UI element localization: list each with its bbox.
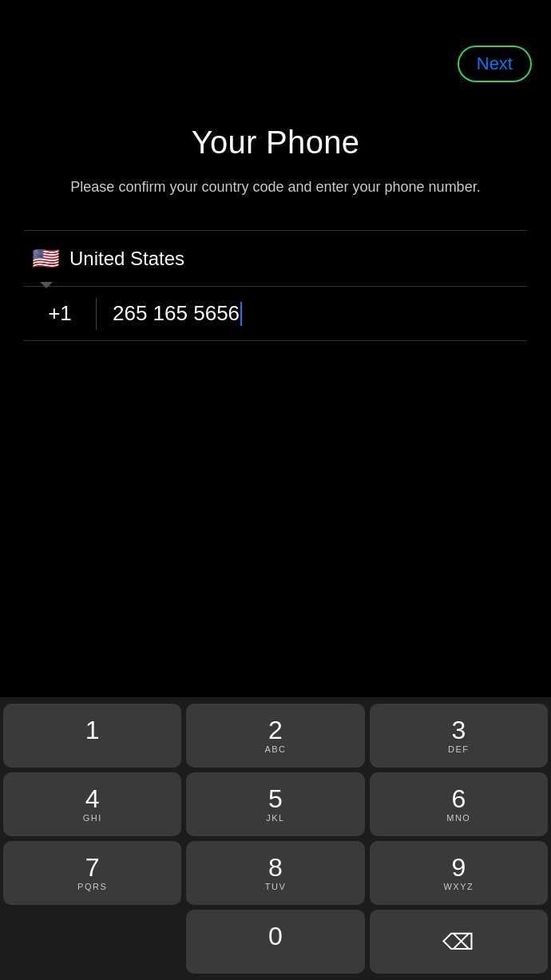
bottom-row: 0 ⌫	[3, 910, 548, 974]
key-7-number: 7	[85, 855, 100, 880]
key-3-letters: DEF	[448, 744, 470, 754]
country-name: United States	[69, 248, 184, 270]
key-8[interactable]: 8 TUV	[186, 841, 364, 905]
country-selector[interactable]: 🇺🇸 United States	[24, 231, 527, 286]
phone-row: +1 265 165 5656	[24, 286, 527, 341]
backspace-icon: ⌫	[442, 929, 474, 955]
key-3[interactable]: 3 DEF	[370, 704, 548, 768]
key-5[interactable]: 5 JKL	[186, 772, 364, 836]
key-0-number: 0	[268, 923, 283, 949]
key-1[interactable]: 1	[3, 704, 181, 768]
key-9-letters: WXYZ	[443, 882, 474, 891]
page-title: Your Phone	[24, 125, 527, 161]
chevron-down-icon	[40, 282, 53, 288]
text-cursor	[240, 302, 242, 326]
key-4-letters: GHI	[83, 813, 102, 823]
key-4[interactable]: 4 GHI	[3, 772, 181, 836]
keypad-grid: 1 2 ABC 3 DEF 4 GHI 5 JKL 6 MNO 7 PQRS	[3, 704, 548, 905]
empty-cell	[3, 910, 181, 974]
key-3-number: 3	[451, 717, 466, 743]
header: Next	[0, 0, 551, 93]
key-4-number: 4	[85, 786, 100, 811]
country-code[interactable]: +1	[24, 287, 96, 340]
key-2-number: 2	[268, 717, 283, 743]
phone-number-display[interactable]: 265 165 5656	[97, 287, 527, 340]
key-6-number: 6	[451, 786, 466, 811]
key-8-number: 8	[268, 855, 283, 880]
key-7-letters: PQRS	[77, 882, 107, 891]
country-flag: 🇺🇸	[32, 245, 60, 272]
phone-number-text: 265 165 5656	[113, 301, 240, 326]
key-9[interactable]: 9 WXYZ	[370, 841, 548, 905]
key-5-letters: JKL	[266, 813, 284, 823]
key-5-number: 5	[268, 786, 283, 811]
key-7[interactable]: 7 PQRS	[3, 841, 181, 905]
key-6-letters: MNO	[446, 813, 470, 823]
keypad: 1 2 ABC 3 DEF 4 GHI 5 JKL 6 MNO 7 PQRS	[0, 697, 551, 980]
key-2[interactable]: 2 ABC	[186, 704, 364, 768]
page-subtitle: Please confirm your country code and ent…	[24, 177, 527, 198]
key-2-letters: ABC	[264, 744, 286, 754]
backspace-button[interactable]: ⌫	[370, 910, 548, 974]
key-0[interactable]: 0	[186, 910, 364, 974]
key-1-number: 1	[85, 717, 100, 743]
content-area: Your Phone Please confirm your country c…	[0, 93, 551, 341]
key-8-letters: TUV	[265, 882, 287, 891]
key-6[interactable]: 6 MNO	[370, 772, 548, 836]
next-button[interactable]: Next	[458, 46, 532, 82]
key-9-number: 9	[451, 855, 466, 880]
